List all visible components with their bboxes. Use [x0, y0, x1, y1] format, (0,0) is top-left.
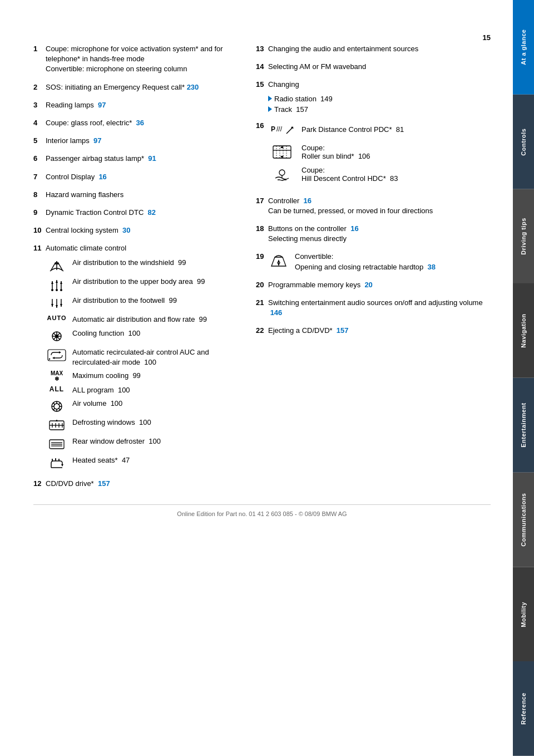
sub-item: Air distribution to the upper body area …: [46, 277, 239, 292]
sub-item-text: Defrosting windows 100: [72, 418, 239, 428]
sub-item: Air distribution to the footwell 99: [46, 296, 239, 311]
item-text: Controller 16Can be turned, pressed, or …: [268, 196, 491, 216]
sidebar-tab-communications[interactable]: Communications: [513, 473, 534, 567]
svg-line-38: [59, 403, 61, 405]
svg-line-37: [59, 409, 61, 410]
svg-marker-19: [56, 305, 58, 308]
sub-item-text: Automatic air distribution and flow rate…: [72, 315, 239, 325]
svg-line-39: [53, 409, 55, 410]
svg-marker-70: [278, 259, 280, 262]
svg-point-67: [279, 170, 285, 175]
max-text: MAX ❄: [51, 371, 63, 382]
list-item: 15 Changing: [256, 80, 491, 90]
item-number: 7: [33, 172, 46, 182]
page-ref: 100: [144, 358, 156, 366]
sidebar-tab-at-a-glance[interactable]: At a glance: [513, 0, 534, 95]
item-19-content: Convertible:Opening and closing retracta…: [268, 252, 436, 272]
air-upper-icon: [46, 277, 68, 292]
list-item-19: 19 Convertible:Opening and closing r: [256, 252, 491, 272]
item-text: Programmable memory keys 20: [268, 280, 491, 290]
hdc-text: Coupe:Hill Descent Control HDC* 83: [301, 166, 398, 183]
sub-item-text: Air distribution to the upper body area …: [72, 277, 239, 287]
page-footer: Online Edition for Part no. 01 41 2 603 …: [33, 504, 491, 517]
auto-text: AUTO: [47, 315, 67, 321]
convertible-top-icon: [268, 252, 289, 271]
air-footwell-icon: [46, 296, 68, 311]
auto-icon: AUTO: [46, 315, 68, 321]
page-ref: 106: [358, 152, 370, 160]
item-text: Central locking system 30: [46, 225, 239, 235]
right-column: 13 Changing the audio and entertainment …: [256, 44, 491, 493]
item-text: CD/DVD drive* 157: [46, 479, 239, 489]
main-content: 15 1 Coupe: microphone for voice activat…: [0, 0, 513, 756]
page-ref: 20: [364, 281, 372, 289]
climate-sub-items: Air distribution to the windshield 99: [46, 258, 239, 471]
page-ref: 38: [428, 263, 436, 271]
sidebar: At a glance Controls Driving tips Naviga…: [513, 0, 534, 756]
svg-marker-11: [60, 281, 62, 284]
page-ref: 82: [148, 208, 156, 217]
sidebar-tab-controls[interactable]: Controls: [513, 95, 534, 189]
roller-sun-row: Coupe:Roller sun blind* 106: [268, 144, 491, 160]
sub-item: Rear window defroster 100: [46, 436, 239, 452]
item-text: Automatic climate control: [46, 243, 239, 253]
item-number: 9: [33, 208, 46, 218]
heated-seats-icon: [46, 455, 68, 471]
page-ref: 83: [390, 174, 398, 183]
sub-item: Air volume 100: [46, 399, 239, 414]
svg-marker-29: [52, 357, 55, 359]
page-ref: 100: [149, 437, 161, 445]
svg-line-36: [53, 403, 55, 405]
item-number: 17: [256, 196, 268, 206]
air-windshield-icon: [46, 258, 68, 273]
pdc-row: P /// Park Distance Control PDC* 81: [268, 121, 491, 138]
item-text: Reading lamps 97: [46, 100, 239, 110]
svg-marker-28: [59, 351, 61, 354]
page-ref: 230: [187, 83, 199, 91]
sub-item-text: Track 157: [274, 105, 308, 114]
max-cooling-icon: MAX ❄: [46, 371, 68, 382]
sidebar-tab-entertainment[interactable]: Entertainment: [513, 378, 534, 473]
hdc-icon: [268, 166, 296, 183]
sub-item-text: Maximum cooling 99: [72, 371, 239, 381]
all-label: ALL: [50, 385, 64, 393]
item-text: Ejecting a CD/DVD* 157: [268, 326, 491, 336]
sidebar-tab-reference[interactable]: Reference: [513, 661, 534, 756]
page-ref: 16: [350, 224, 358, 233]
svg-point-14: [60, 289, 62, 291]
list-item: 8 Hazard warning flashers: [33, 190, 239, 200]
item-16: 16 P ///: [256, 121, 491, 188]
item-16-content: P /// Park Distance Control PDC* 81: [268, 121, 491, 188]
page-ref: 47: [122, 456, 130, 464]
svg-marker-9: [51, 281, 53, 284]
item-text: Coupe: glass roof, electric* 36: [46, 118, 239, 128]
sidebar-tab-navigation[interactable]: Navigation: [513, 283, 534, 378]
recirculated-icon: [46, 347, 68, 363]
item-number: 4: [33, 118, 46, 128]
page-ref: 91: [148, 154, 156, 163]
arrow-icon: [268, 96, 272, 101]
svg-point-26: [55, 335, 58, 338]
page-ref: 100: [118, 386, 130, 394]
list-item: 6 Passenger airbag status lamp* 91: [33, 154, 239, 164]
page-ref: 99: [132, 371, 140, 380]
list-item: 22 Ejecting a CD/DVD* 157: [256, 326, 491, 336]
sub-item-text: ALL program 100: [72, 385, 239, 395]
item-text: Changing: [268, 80, 491, 90]
list-item: 14 Selecting AM or FM waveband: [256, 62, 491, 72]
sub-item-text: Cooling function 100: [72, 328, 239, 338]
item-text: Passenger airbag status lamp* 91: [46, 154, 239, 164]
item-number: 16: [256, 121, 268, 130]
item-number: 5: [33, 136, 46, 146]
arrow-icon: [268, 106, 272, 112]
list-item: 10 Central locking system 30: [33, 225, 239, 235]
page-ref: 36: [136, 119, 144, 127]
item-number: 18: [256, 224, 268, 234]
page-ref: 99: [178, 258, 186, 267]
page-ref: 16: [304, 197, 312, 205]
item-number: 10: [33, 225, 46, 235]
rear-defrost-icon: [46, 436, 68, 452]
sidebar-tab-driving-tips[interactable]: Driving tips: [513, 189, 534, 284]
item-text: Switching entertainment audio sources on…: [268, 298, 491, 318]
sidebar-tab-mobility[interactable]: Mobility: [513, 567, 534, 662]
